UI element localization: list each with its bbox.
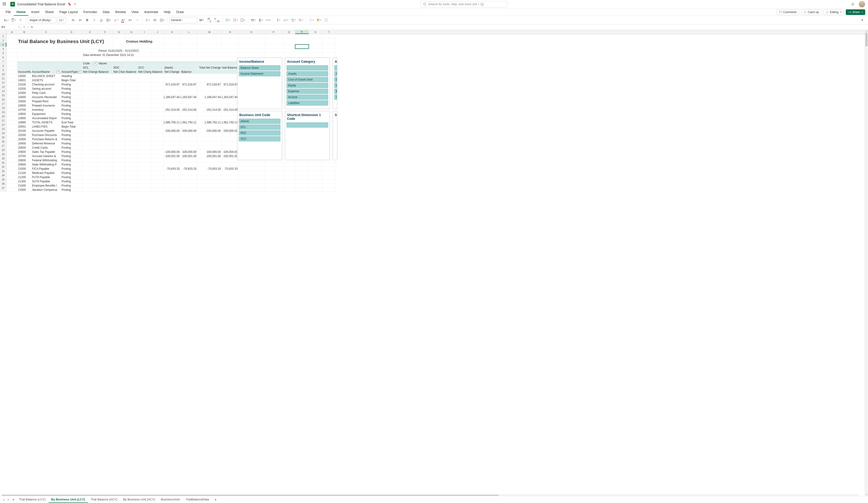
cell-C33[interactable]: Medicare Payable — [31, 171, 61, 175]
sync-icon[interactable]: ↻ — [73, 2, 77, 6]
cell-S33[interactable] — [309, 171, 322, 175]
cell-C15[interactable]: Accounts Receivabl — [31, 95, 61, 99]
cell-A10[interactable] — [7, 74, 17, 78]
row-header-12[interactable]: 12 — [0, 81, 6, 85]
cell-K37[interactable] — [164, 188, 180, 192]
cell-C7[interactable] — [31, 61, 61, 66]
cell-C6[interactable] — [31, 57, 61, 61]
cell-A1[interactable] — [7, 34, 17, 38]
cell-A9[interactable] — [7, 70, 17, 74]
slicer-item[interactable] — [287, 65, 328, 70]
cell-H15[interactable] — [125, 95, 137, 99]
cell-R35[interactable] — [295, 179, 309, 183]
conditional-format-button[interactable] — [316, 17, 322, 23]
cell-A11[interactable] — [7, 78, 17, 82]
cell-L35[interactable] — [180, 179, 197, 183]
cell-A23[interactable] — [7, 129, 17, 133]
cell-Q32[interactable] — [283, 167, 295, 171]
cell-L15[interactable]: 1,163,047.44 — [180, 95, 197, 99]
cell-Q1[interactable] — [283, 34, 295, 38]
cell-C20[interactable]: Accumulated Depre — [31, 116, 61, 120]
col-header-L[interactable]: L — [180, 30, 197, 34]
cell-D3[interactable] — [61, 44, 82, 49]
col-header-E[interactable]: E — [82, 30, 98, 34]
cell-N8[interactable]: Total Balance — [222, 66, 239, 70]
cell-I19[interactable] — [137, 112, 152, 116]
cell-A25[interactable] — [7, 137, 17, 141]
cell-N7[interactable] — [222, 61, 239, 66]
add-sheet-button[interactable]: + — [212, 497, 219, 502]
cell-K8[interactable]: (blank) — [164, 66, 180, 70]
cell-M2[interactable] — [197, 38, 222, 44]
cell-L8[interactable] — [180, 66, 197, 70]
cell-A21[interactable] — [7, 120, 17, 124]
cell-B31[interactable]: 20900 — [17, 162, 31, 167]
cell-B25[interactable]: 20300 — [17, 137, 31, 141]
cell-E37[interactable] — [82, 188, 98, 192]
cell-O1[interactable] — [239, 34, 264, 38]
cell-O32[interactable] — [239, 167, 264, 171]
cell-L1[interactable] — [180, 34, 197, 38]
cell-B19[interactable]: 10800 — [17, 112, 31, 116]
cell-L2[interactable] — [180, 38, 197, 44]
cell-B24[interactable]: 20200 — [17, 133, 31, 137]
cell-C17[interactable]: Prepaid Insurance — [31, 103, 61, 108]
cell-M31[interactable] — [197, 162, 222, 167]
cell-H4[interactable] — [125, 49, 137, 53]
slicer-item[interactable]: E — [334, 89, 337, 94]
cell-B15[interactable]: 10400 — [17, 95, 31, 99]
cell-R33[interactable] — [295, 171, 309, 175]
row-header-15[interactable]: 15 — [0, 93, 6, 97]
cell-T1[interactable] — [322, 34, 336, 38]
cell-I30[interactable] — [137, 158, 152, 162]
cell-N29[interactable]: -100,001.00 — [222, 154, 239, 158]
cell-H34[interactable] — [125, 175, 137, 179]
cell-L16[interactable] — [180, 99, 197, 103]
cell-C4[interactable] — [31, 49, 61, 53]
cell-G9[interactable]: Net Change — [113, 70, 125, 74]
cell-K6[interactable] — [164, 57, 180, 61]
cell-P35[interactable] — [264, 179, 283, 183]
cell-M22[interactable] — [197, 124, 222, 129]
cell-D16[interactable]: Posting — [61, 99, 82, 103]
cell-A29[interactable] — [7, 154, 17, 158]
cell-Q35[interactable] — [283, 179, 295, 183]
cell-C37[interactable]: Vacation Compensa — [31, 188, 61, 192]
cell-K27[interactable] — [164, 145, 180, 150]
slicer-item[interactable]: (blank) — [239, 119, 280, 124]
next-sheet-button[interactable]: ▸ — [6, 498, 11, 501]
cell-T2[interactable] — [322, 38, 336, 44]
cell-B16[interactable]: 10500 — [17, 99, 31, 103]
cell-L27[interactable] — [180, 145, 197, 150]
cell-B22[interactable]: 20001 — [17, 124, 31, 129]
sort-button[interactable] — [282, 17, 289, 23]
cell-H8[interactable] — [125, 66, 137, 70]
cell-K21[interactable]: 1,586,750.11 — [164, 120, 180, 124]
cell-D5[interactable] — [61, 53, 82, 57]
cell-A14[interactable] — [7, 91, 17, 95]
cell-I25[interactable] — [137, 137, 152, 141]
cell-A5[interactable] — [7, 53, 17, 57]
cell-G13[interactable] — [113, 87, 125, 91]
cell-N34[interactable] — [222, 175, 239, 179]
cell-I6[interactable] — [137, 57, 152, 61]
cell-A6[interactable] — [7, 57, 17, 61]
cell-C23[interactable]: Accounts Payable — [31, 129, 61, 133]
cell-I32[interactable] — [137, 167, 152, 171]
cell-B10[interactable]: 10000 — [17, 74, 31, 78]
cell-D1[interactable] — [61, 34, 82, 38]
cell-G37[interactable] — [113, 188, 125, 192]
catchup-button[interactable]: Catch up — [801, 9, 822, 15]
cell-H1[interactable] — [125, 34, 137, 38]
cell-K23[interactable]: -330,000.00 — [164, 129, 180, 133]
slicer-dim1[interactable]: Shortcut Dimension 1 Code — [285, 111, 330, 160]
cell-L36[interactable] — [180, 183, 197, 188]
vertical-scrollbar[interactable]: ▴ ▾ — [865, 30, 868, 496]
cell-K31[interactable] — [164, 162, 180, 167]
cell-N21[interactable]: 1,581,750.11 — [222, 120, 239, 124]
row-header-35[interactable]: 35 — [0, 178, 6, 182]
cell-F28[interactable] — [98, 150, 113, 154]
cell-G19[interactable] — [113, 112, 125, 116]
row-header-27[interactable]: 27 — [0, 144, 6, 148]
cell-J29[interactable] — [152, 154, 164, 158]
